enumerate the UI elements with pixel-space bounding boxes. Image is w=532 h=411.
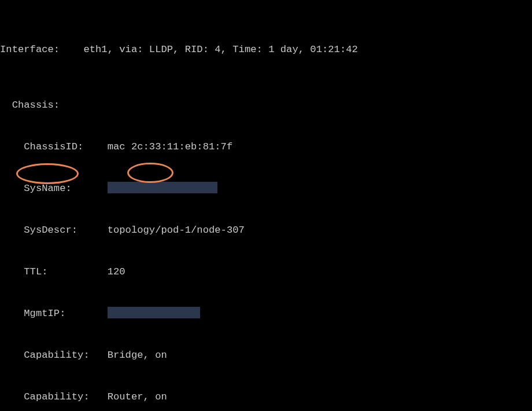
mgmtip-redacted <box>108 307 200 318</box>
mgmtip-line: MgmtIP: <box>0 307 532 321</box>
ttl-line: TTL: 120 <box>0 265 532 279</box>
mgmtip-label: MgmtIP: <box>0 308 108 319</box>
capability-router: Capability: Router, on <box>0 390 532 404</box>
terminal-output: Interface: eth1, via: LLDP, RID: 4, Time… <box>0 0 532 411</box>
sysdescr-line: SysDescr: topology/pod-1/node-307 <box>0 223 532 237</box>
capability-bridge: Capability: Bridge, on <box>0 348 532 362</box>
chassis-header: Chassis: <box>0 98 532 112</box>
sysname-redacted <box>108 182 217 193</box>
annotation-circle-local <box>127 163 173 183</box>
annotation-circle-portid <box>16 163 79 184</box>
interface-line: Interface: eth1, via: LLDP, RID: 4, Time… <box>0 43 532 57</box>
sysname-line: SysName: <box>0 182 532 196</box>
chassis-id: ChassisID: mac 2c:33:11:eb:81:7f <box>0 140 532 154</box>
sysname-label: SysName: <box>0 183 108 194</box>
